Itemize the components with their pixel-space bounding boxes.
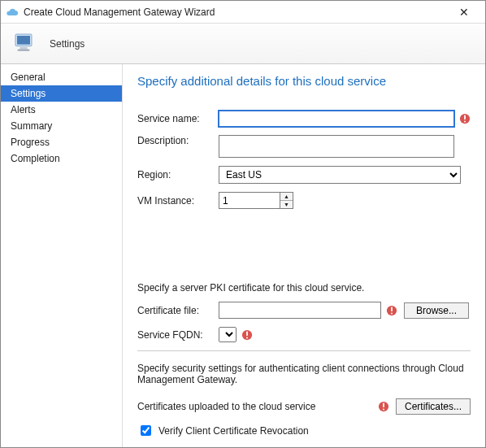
warning-icon xyxy=(241,329,253,341)
svg-rect-8 xyxy=(391,307,393,311)
sidebar-item-label: Settings xyxy=(11,88,46,99)
pki-section-text: Specify a server PKI certificate for thi… xyxy=(137,282,471,294)
region-label: Region: xyxy=(137,169,219,181)
vm-instance-input[interactable] xyxy=(219,192,280,209)
svg-rect-5 xyxy=(464,115,466,120)
close-button[interactable]: ✕ xyxy=(448,6,480,19)
sidebar-item-settings[interactable]: Settings xyxy=(1,85,122,102)
verify-revocation-checkbox[interactable] xyxy=(141,425,151,436)
sidebar-item-progress[interactable]: Progress xyxy=(1,134,122,150)
svg-rect-9 xyxy=(391,312,393,314)
certificate-file-input[interactable] xyxy=(219,302,381,319)
sidebar-item-alerts[interactable]: Alerts xyxy=(1,102,122,118)
service-fqdn-label: Service FQDN: xyxy=(137,329,219,341)
uploaded-certs-label: Certificates uploaded to the cloud servi… xyxy=(137,401,373,412)
titlebar: Create Cloud Management Gateway Wizard ✕ xyxy=(1,1,485,24)
vm-instance-spinner[interactable]: ▲ ▼ xyxy=(219,192,293,209)
svg-rect-6 xyxy=(464,121,466,123)
security-section-text: Specify security settings for authentica… xyxy=(137,363,471,385)
svg-rect-14 xyxy=(383,403,384,407)
wizard-sidebar: General Settings Alerts Summary Progress… xyxy=(1,64,123,447)
spinner-up[interactable]: ▲ xyxy=(280,193,293,201)
content-panel: Specify additional details for this clou… xyxy=(123,64,485,447)
sidebar-item-completion[interactable]: Completion xyxy=(1,150,122,167)
svg-rect-1 xyxy=(17,36,30,45)
monitor-icon xyxy=(12,31,38,57)
certificates-button[interactable]: Certificates... xyxy=(396,398,471,415)
sidebar-item-summary[interactable]: Summary xyxy=(1,118,122,134)
warning-icon xyxy=(378,401,389,412)
sidebar-item-general[interactable]: General xyxy=(1,69,122,85)
sidebar-item-label: Alerts xyxy=(11,104,36,115)
service-name-input[interactable] xyxy=(219,111,454,127)
svg-rect-2 xyxy=(20,47,27,50)
sidebar-item-label: Completion xyxy=(11,153,60,164)
browse-button[interactable]: Browse... xyxy=(404,302,469,319)
description-label: Description: xyxy=(137,135,219,146)
sidebar-item-label: General xyxy=(11,72,46,83)
svg-rect-3 xyxy=(18,49,30,50)
service-name-label: Service name: xyxy=(137,113,219,124)
divider xyxy=(137,350,471,351)
certificate-file-label: Certificate file: xyxy=(137,305,219,316)
wizard-header: Settings xyxy=(1,24,485,64)
warning-icon xyxy=(459,113,471,124)
verify-revocation-label: Verify Client Certificate Revocation xyxy=(158,425,309,437)
cloud-icon xyxy=(6,6,19,19)
service-fqdn-select[interactable] xyxy=(219,327,236,342)
description-input[interactable] xyxy=(219,135,454,158)
sidebar-item-label: Progress xyxy=(11,137,50,148)
svg-rect-15 xyxy=(383,409,384,411)
region-select[interactable]: East US xyxy=(219,166,461,184)
page-heading: Specify additional details for this clou… xyxy=(137,74,471,88)
sidebar-item-label: Summary xyxy=(11,120,52,132)
spinner-down[interactable]: ▼ xyxy=(280,201,293,208)
vm-instance-label: VM Instance: xyxy=(137,195,219,207)
step-title: Settings xyxy=(50,38,85,50)
svg-rect-12 xyxy=(246,337,248,338)
warning-icon xyxy=(386,305,397,316)
svg-rect-11 xyxy=(246,331,248,335)
window-title: Create Cloud Management Gateway Wizard xyxy=(24,7,448,18)
